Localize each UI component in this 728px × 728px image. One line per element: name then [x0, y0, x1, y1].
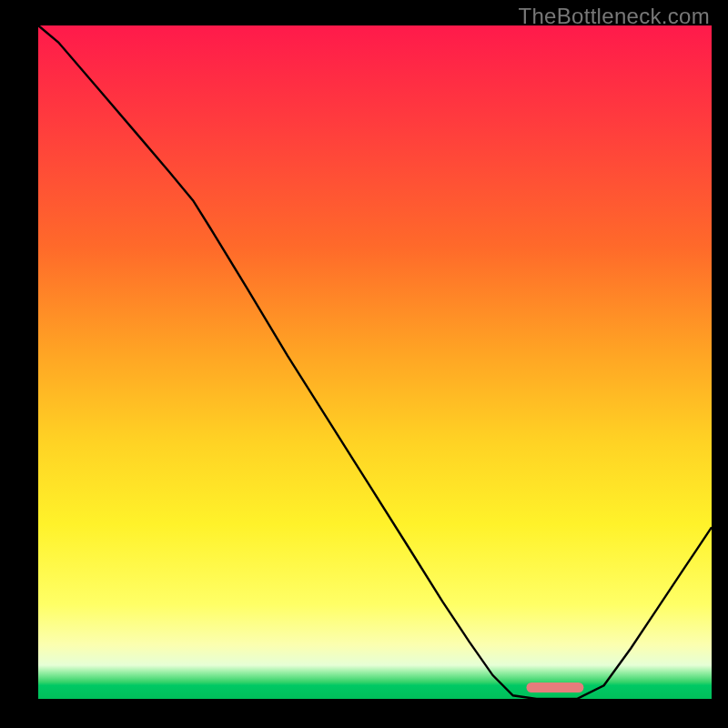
plot-area — [38, 25, 712, 699]
bottleneck-chart: TheBottleneck.com — [0, 0, 728, 728]
optimal-range-marker — [527, 682, 584, 693]
chart-svg — [38, 25, 712, 699]
bottleneck-curve — [38, 25, 712, 699]
